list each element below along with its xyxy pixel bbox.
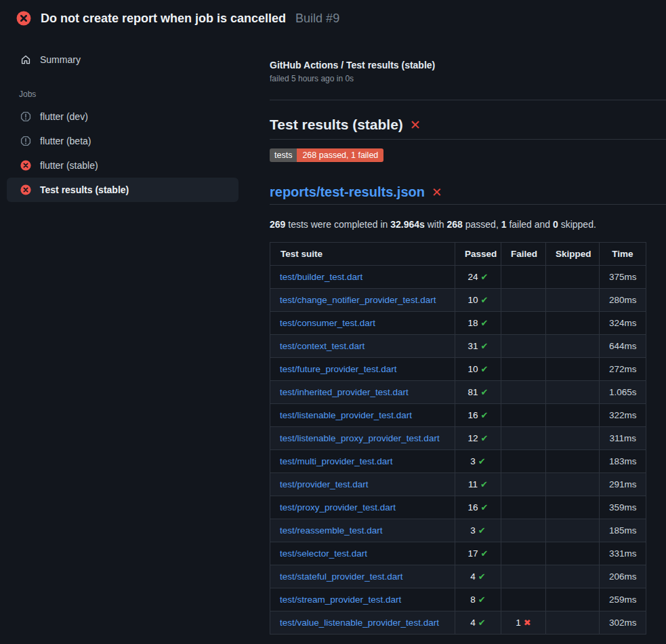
failed-status-icon	[16, 11, 31, 26]
jobs-list: flutter (dev) flutter (beta) flutter (st…	[7, 104, 238, 202]
test-suite-cell: test/consumer_test.dart	[270, 312, 455, 335]
check-run-header: GitHub Actions / Test results (stable) f…	[270, 60, 666, 100]
check-icon: ✔	[481, 410, 488, 420]
passed-cell: 3✔	[455, 450, 501, 473]
sidebar-item-test-results-stable-[interactable]: Test results (stable)	[7, 178, 238, 202]
test-suite-link[interactable]: test/listenable_proxy_provider_test.dart	[280, 433, 440, 443]
skipped-cell	[546, 473, 600, 496]
passed-cell: 81✔	[455, 381, 501, 404]
test-suite-link[interactable]: test/builder_test.dart	[280, 272, 362, 282]
test-suite-link[interactable]: test/listenable_provider_test.dart	[280, 410, 412, 420]
table-header-row: Test suite Passed Failed Skipped Time	[270, 243, 646, 266]
test-suite-link[interactable]: test/reassemble_test.dart	[280, 525, 383, 536]
test-suite-cell: test/future_provider_test.dart	[270, 358, 455, 381]
table-row: test/consumer_test.dart 18✔ 324ms	[270, 312, 646, 335]
build-number: Build #9	[295, 12, 339, 26]
test-suite-link[interactable]: test/change_notifier_provider_test.dart	[280, 295, 436, 305]
test-suite-cell: test/value_listenable_provider_test.dart	[270, 611, 455, 635]
sidebar-item-label: flutter (stable)	[40, 160, 98, 171]
sidebar-item-flutter-stable-[interactable]: flutter (stable)	[7, 153, 238, 178]
test-suite-cell: test/stream_provider_test.dart	[270, 588, 455, 611]
time-cell: 359ms	[600, 496, 646, 519]
sidebar-item-label: flutter (beta)	[40, 136, 91, 146]
build-header: Do not create report when job is cancell…	[0, 0, 666, 35]
check-icon: ✔	[481, 502, 488, 512]
test-suite-link[interactable]: test/selector_test.dart	[280, 548, 367, 559]
passed-cell: 31✔	[455, 335, 501, 358]
jobs-section-label: Jobs	[19, 89, 238, 99]
failed-cell	[501, 565, 546, 588]
time-cell: 322ms	[600, 404, 646, 427]
test-suite-link[interactable]: test/provider_test.dart	[280, 479, 369, 489]
test-suite-link[interactable]: test/stateful_provider_test.dart	[280, 571, 403, 582]
test-suite-cell: test/change_notifier_provider_test.dart	[270, 289, 455, 312]
report-file-link[interactable]: reports/test-results.json	[270, 184, 425, 200]
skipped-cell	[546, 289, 600, 312]
passed-cell: 18✔	[455, 312, 501, 335]
skipped-cell	[546, 588, 600, 611]
table-row: test/proxy_provider_test.dart 16✔ 359ms	[270, 496, 646, 519]
time-cell: 302ms	[600, 611, 646, 635]
test-suite-cell: test/listenable_provider_test.dart	[270, 404, 455, 427]
table-row: test/listenable_proxy_provider_test.dart…	[270, 427, 646, 450]
test-suite-link[interactable]: test/future_provider_test.dart	[280, 364, 397, 374]
check-icon: ✔	[481, 387, 488, 397]
test-suite-link[interactable]: test/consumer_test.dart	[280, 318, 375, 328]
failed-cell	[501, 427, 546, 450]
sidebar-item-flutter-beta-[interactable]: flutter (beta)	[7, 129, 238, 153]
tests-badge-value: 268 passed, 1 failed	[297, 148, 383, 162]
check-icon: ✔	[478, 571, 486, 582]
test-suite-cell: test/selector_test.dart	[270, 542, 455, 565]
time-cell: 272ms	[600, 358, 646, 381]
check-icon: ✔	[481, 364, 488, 374]
test-suite-link[interactable]: test/inherited_provider_test.dart	[280, 387, 409, 397]
table-row: test/multi_provider_test.dart 3✔ 183ms	[270, 450, 646, 473]
skipped-cell	[546, 266, 600, 289]
column-header-passed: Passed	[455, 243, 501, 266]
time-cell: 291ms	[600, 473, 646, 496]
sidebar: Summary Jobs flutter (dev) flutter (beta…	[0, 35, 257, 202]
skipped-cell	[546, 335, 600, 358]
passed-cell: 11✔	[455, 473, 501, 496]
time-cell: 375ms	[600, 266, 646, 289]
failed-cell	[501, 519, 546, 542]
passed-cell: 8✔	[455, 588, 501, 611]
table-row: test/stream_provider_test.dart 8✔ 259ms	[270, 588, 646, 611]
sidebar-item-label: Summary	[40, 54, 81, 65]
skipped-cell	[546, 312, 600, 335]
page-title: Do not create report when job is cancell…	[41, 12, 286, 26]
column-header-failed: Failed	[501, 243, 546, 266]
time-cell: 644ms	[600, 335, 646, 358]
test-suite-cell: test/multi_provider_test.dart	[270, 450, 455, 473]
test-suite-link[interactable]: test/value_listenable_provider_test.dart	[280, 618, 439, 628]
main-content: GitHub Actions / Test results (stable) f…	[257, 35, 666, 635]
table-row: test/context_test.dart 31✔ 644ms	[270, 335, 646, 358]
test-suite-cell: test/provider_test.dart	[270, 473, 455, 496]
time-cell: 206ms	[600, 565, 646, 588]
check-icon: ✔	[481, 433, 488, 443]
skipped-cell	[546, 611, 600, 635]
passed-cell: 3✔	[455, 519, 501, 542]
sidebar-item-flutter-dev-[interactable]: flutter (dev)	[7, 104, 238, 129]
time-cell: 259ms	[600, 588, 646, 611]
failed-cell	[501, 289, 546, 312]
passed-cell: 17✔	[455, 542, 501, 565]
passed-cell: 12✔	[455, 427, 501, 450]
column-header-skipped: Skipped	[546, 243, 600, 266]
time-cell: 183ms	[600, 450, 646, 473]
column-header-test-suite: Test suite	[270, 243, 455, 266]
passed-cell: 24✔	[455, 266, 501, 289]
failed-cell	[501, 335, 546, 358]
report-heading-2: reports/test-results.json ✕	[270, 184, 666, 205]
test-suite-link[interactable]: test/proxy_provider_test.dart	[280, 502, 396, 512]
column-header-time: Time	[600, 243, 646, 266]
test-suite-link[interactable]: test/context_test.dart	[280, 341, 365, 351]
sidebar-item-summary[interactable]: Summary	[7, 47, 238, 72]
report-heading-1-text: Test results (stable)	[270, 117, 403, 133]
test-suite-link[interactable]: test/multi_provider_test.dart	[280, 456, 393, 466]
test-suite-link[interactable]: test/stream_provider_test.dart	[280, 595, 401, 605]
check-icon: ✔	[481, 341, 488, 351]
cancelled-icon	[20, 136, 31, 146]
cancelled-icon	[20, 111, 31, 122]
time-cell: 1.065s	[600, 381, 646, 404]
